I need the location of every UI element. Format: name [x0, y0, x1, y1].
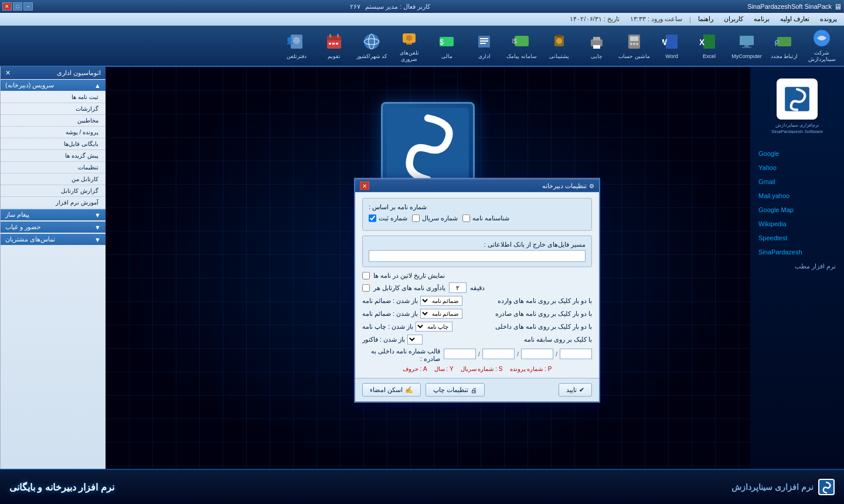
- toolbar-ertebat[interactable]: 🔗 ارتباط مجدد: [767, 28, 802, 63]
- svg-rect-3: [740, 36, 754, 45]
- sidebar-item-mokhatebeen[interactable]: مخاطبین: [1, 115, 106, 127]
- codeshahr-label: کد شهر/کشور: [356, 53, 387, 60]
- sidebar-link-google[interactable]: Google: [756, 149, 838, 158]
- svg-rect-24: [480, 38, 488, 39]
- open-label-3: باز شدن : چاپ نامه: [362, 323, 413, 331]
- checkbox-latin-date[interactable]: [362, 272, 370, 280]
- sidebar-link-gmail[interactable]: Gmail: [756, 177, 838, 186]
- toolbar-excel[interactable]: X Excel: [692, 28, 727, 63]
- toolbar-daftartelefon[interactable]: 👤 دفترتلفن: [279, 28, 314, 63]
- sidebar-link-sinapardazesh[interactable]: SinaPardazesh: [756, 247, 838, 257]
- toolbar-company[interactable]: شرکت سیناپردازش: [804, 28, 839, 63]
- svg-rect-4: [744, 45, 749, 47]
- confirm-label: تایید: [566, 386, 577, 394]
- sidebar-item-parvaneh[interactable]: پرونده / پوشه: [1, 127, 106, 138]
- toolbar-poshtibaní[interactable]: پشتیبانی: [542, 28, 577, 63]
- expand-icon-cont: ▼: [94, 236, 101, 243]
- sos-icon: [400, 29, 418, 47]
- right-sidebar-close-icon[interactable]: ✕: [5, 69, 11, 77]
- badvari-label: یادآوری نامه های کارتابل هر: [373, 284, 445, 291]
- template-s-input[interactable]: [521, 349, 553, 359]
- template-a-input[interactable]: [444, 349, 476, 359]
- sidebar-item-kartabel-man[interactable]: کارتابل من: [1, 173, 106, 185]
- sidebar-section-message[interactable]: ▼ پیغام ساز: [1, 209, 106, 220]
- template-p-input[interactable]: [560, 349, 592, 359]
- svg-point-14: [636, 43, 638, 45]
- excel-icon: X: [700, 32, 719, 51]
- toolbar-word[interactable]: W Word: [654, 28, 689, 63]
- sidebar-item-sabt-name[interactable]: ثبت نامه ها: [1, 91, 106, 103]
- open-select-2[interactable]: ضمائم نامه: [420, 309, 462, 319]
- template-y-input[interactable]: [482, 349, 515, 359]
- checkbox-shenasnameh[interactable]: [462, 214, 470, 222]
- toolbar: شرکت سیناپردازش 🔗 ارتباط مجدد MyComputer…: [0, 26, 844, 67]
- checkbox-badvari[interactable]: [362, 284, 370, 291]
- toolbar-sos[interactable]: تلفن‌های ضروری: [392, 28, 427, 63]
- number-basis-label-row: شماره نامه بر اساس :: [369, 203, 586, 211]
- menu-item-program[interactable]: برنامه: [749, 14, 774, 24]
- checkbox-shenasnameh-group: شناسنامه نامه: [462, 214, 509, 222]
- right-sidebar-title: اتوماسیون اداری ✕: [1, 67, 106, 79]
- sidebar-nrm-matab[interactable]: نرم افزار مطب: [756, 261, 838, 271]
- open-row-1: با دو بار کلیک بر روی نامه های وارده ضما…: [362, 296, 592, 306]
- sidebar-link-googlemap[interactable]: Google Map: [756, 205, 838, 214]
- mycomputer-label: MyComputer: [731, 53, 762, 60]
- menu-item-help[interactable]: راهنما: [693, 14, 718, 24]
- bottom-sub-text: نرم افزاری سیناپردازش: [731, 482, 814, 492]
- sidebar-link-mailyahoo[interactable]: Mail.yahoo: [756, 191, 838, 200]
- open-select-3[interactable]: چاپ نامه: [416, 322, 452, 332]
- open-row-3: با دو بار کلیک بر روی نامه های داخلی چاپ…: [362, 322, 592, 332]
- toolbar-sms[interactable]: SMS سامانه پیامک: [504, 28, 539, 63]
- svg-rect-8: [666, 35, 678, 49]
- open-suffix-2: با دو بار کلیک بر روی نامه های صادره: [495, 310, 592, 318]
- maximize-button[interactable]: □: [13, 2, 22, 11]
- scan-button[interactable]: ✍ اسکن امضاء: [362, 383, 421, 397]
- edari-label: اداری: [478, 53, 491, 60]
- close-button[interactable]: ✕: [2, 2, 12, 11]
- menu-item-settings[interactable]: تعارف اولیه: [775, 14, 814, 24]
- menu-item-users[interactable]: کاربران: [719, 14, 748, 24]
- toolbar-chapi[interactable]: چاپی: [579, 28, 614, 63]
- main-area: نرم‌افزاری سیناپردازش SinaPardazesh Soft…: [0, 67, 844, 469]
- open-select-4[interactable]: [407, 335, 423, 345]
- path-input[interactable]: [369, 250, 586, 262]
- taqvim-label: تقویم: [328, 53, 341, 60]
- confirm-button[interactable]: ✔ تایید: [559, 383, 592, 397]
- toolbar-codeshahr[interactable]: کد شهر/کشور: [354, 28, 389, 63]
- toolbar-taqvim[interactable]: تقویم: [316, 28, 352, 63]
- sidebar-item-gozareshat[interactable]: گزارشات: [1, 103, 106, 115]
- sidebar-section-secretary[interactable]: ▲ سرویس (دبیرخانه): [1, 80, 106, 91]
- toolbar-mali[interactable]: $ مالی: [429, 28, 464, 63]
- ertebat-icon: 🔗: [775, 32, 794, 51]
- sidebar-item-amouzesh[interactable]: آموزش نرم افزار: [1, 197, 106, 209]
- open-select-1[interactable]: ضمائم نامه: [420, 296, 462, 306]
- chapi-icon: [587, 32, 606, 51]
- sidebar-section-attendance[interactable]: ▼ حضور و غیاب: [1, 222, 106, 233]
- menu-item-file[interactable]: پرونده: [815, 14, 842, 24]
- path-label: مسیر فایل‌های خارج از بانک اطلاعاتی :: [369, 241, 586, 248]
- svg-point-20: [556, 38, 562, 44]
- open-suffix-4: با کلیک بر روی سابقه نامه: [524, 336, 592, 343]
- company-label: شرکت سیناپردازش: [804, 50, 839, 63]
- minimize-button[interactable]: −: [23, 2, 33, 11]
- toolbar-edari[interactable]: اداری: [467, 28, 502, 63]
- toolbar-mashine[interactable]: ماشین حساب: [617, 28, 652, 63]
- sidebar-item-pish-gazideh[interactable]: پیش گزیده ها: [1, 150, 106, 162]
- svg-text:🔗: 🔗: [775, 39, 780, 47]
- dialog-close-button[interactable]: ✕: [360, 182, 369, 190]
- sidebar-item-tanzimaat[interactable]: تنظیمات: [1, 162, 106, 173]
- checkbox-sabt[interactable]: [369, 214, 376, 222]
- minute-input[interactable]: [449, 282, 467, 293]
- sidebar-link-wikipedia[interactable]: Wikipedia: [756, 219, 838, 229]
- sidebar-section-contacts[interactable]: ▼ تماس‌های مشتریان: [1, 234, 106, 245]
- checkbox-serial[interactable]: [412, 214, 420, 222]
- minute-label: دقیقه: [470, 284, 485, 291]
- number-basis-label: شماره نامه بر اساس :: [369, 203, 427, 211]
- dialog-titlebar: ⚙ تنظیمات دبیرخانه ✕: [355, 179, 599, 192]
- toolbar-mycomputer[interactable]: MyComputer: [729, 28, 764, 63]
- sidebar-link-speedtest[interactable]: Speedtest: [756, 233, 838, 243]
- print-settings-button[interactable]: 🖨 تنظیمات چاپ: [426, 383, 485, 397]
- sidebar-item-bayegani[interactable]: بایگانی فایل‌ها: [1, 138, 106, 150]
- sidebar-link-yahoo[interactable]: Yahoo: [756, 163, 838, 172]
- sidebar-item-gozaresh-kartabel[interactable]: گزارش کارتابل: [1, 185, 106, 197]
